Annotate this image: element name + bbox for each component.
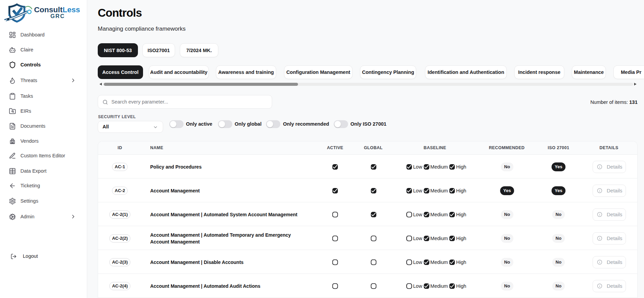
svg-text:GRC: GRC bbox=[50, 13, 65, 19]
